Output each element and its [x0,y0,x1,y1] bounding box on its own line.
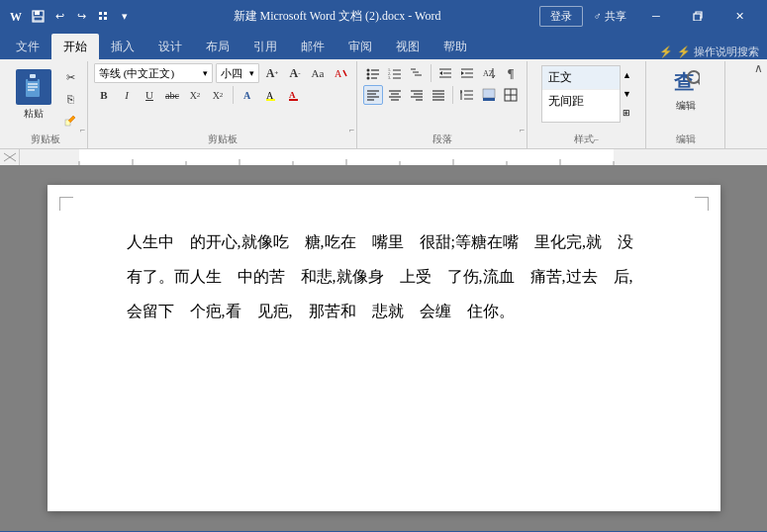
font-expand[interactable]: ⌐ [349,125,354,134]
paragraph-expand[interactable]: ⌐ [520,125,525,134]
text-effect-button[interactable]: A [239,85,258,105]
styles-down[interactable]: ▼ [623,89,631,99]
shading-button[interactable] [479,85,499,105]
font-name-dropdown[interactable]: ▾ [203,68,208,78]
editing-label-bottom: 编辑 [652,133,719,148]
svg-rect-5 [99,12,102,15]
svg-rect-3 [35,11,40,15]
tab-insert[interactable]: 插入 [99,34,146,59]
superscript-button[interactable]: X2 [208,85,228,105]
close-button[interactable]: ✕ [719,0,759,32]
align-left-button[interactable] [363,85,383,105]
tab-view[interactable]: 视图 [384,34,431,59]
share-button[interactable]: ♂ 共享 [585,0,634,32]
font-size-dropdown[interactable]: ▾ [249,68,254,78]
document-content[interactable]: 人生中 的开心,就像吃 糖,吃在 嘴里 很甜;等糖在嘴 里化完,就 没 有了。而… [127,224,641,329]
editing-label: 编辑 [676,99,696,113]
tab-file[interactable]: 文件 [4,34,51,59]
multilevel-button[interactable] [407,63,427,83]
svg-text:A: A [243,90,251,101]
find-icon: 查 [670,67,702,99]
sort-button[interactable]: AZ [479,63,499,83]
redo-icon[interactable]: ↪ [71,6,91,26]
svg-text:AZ: AZ [483,69,494,78]
svg-rect-9 [694,14,701,21]
font-size-select[interactable]: 小四 ▾ [216,63,259,83]
document-page[interactable]: 人生中 的开心,就像吃 糖,吃在 嘴里 很甜;等糖在嘴 里化完,就 没 有了。而… [48,185,720,511]
italic-button[interactable]: I [117,85,137,105]
list-row: 1.2.3. AZ ¶ [363,63,521,83]
horizontal-ruler [20,149,767,165]
strikethrough-button[interactable]: abc [162,85,182,105]
paste-label: 粘贴 [24,107,44,121]
svg-rect-21 [266,99,275,101]
styles-label: 样式 [574,133,594,148]
cut-button[interactable]: ✂ [59,67,81,87]
text-line-1: 人生中 的开心,就像吃 糖,吃在 嘴里 很甜;等糖在嘴 里化完,就 没 [127,224,641,259]
tab-references[interactable]: 引用 [241,34,289,59]
login-button[interactable]: 登录 [539,6,583,27]
save-icon[interactable] [28,6,48,26]
increase-indent-button[interactable] [457,63,477,83]
find-replace-button[interactable]: 查 编辑 [666,65,706,115]
font-name-select[interactable]: 等线 (中文正文) ▾ [94,63,213,83]
format-painter-button[interactable] [59,111,81,131]
tab-help[interactable]: 帮助 [431,34,479,59]
font-group: 等线 (中文正文) ▾ 小四 ▾ A+ A- Aa A B I U abc [88,61,357,148]
minimize-button[interactable]: ─ [636,0,676,32]
font-color-button[interactable]: A [284,85,304,105]
dropdown-arrow-icon[interactable]: ▾ [115,6,135,26]
justify-button[interactable] [429,85,448,105]
word-icon: W [8,8,24,24]
paragraph-group: 1.2.3. AZ ¶ [357,61,527,148]
svg-text:A: A [335,68,342,79]
tab-design[interactable]: 设计 [146,34,194,59]
styles-expand-arrow[interactable]: ⊞ [623,108,631,118]
styles-gallery[interactable]: 正文 无间距 [541,65,621,123]
align-center-button[interactable] [385,85,405,105]
ribbon-collapse-button[interactable]: ∧ [754,61,763,76]
svg-line-72 [698,81,700,85]
bold-button[interactable]: B [94,85,114,105]
borders-button[interactable] [501,85,521,105]
tab-home[interactable]: 开始 [51,34,99,59]
numbering-button[interactable]: 1.2.3. [385,63,405,83]
style-nospacing: 无间距 [542,90,620,113]
show-marks-button[interactable]: ¶ [501,63,521,83]
highlight-button[interactable]: A [261,85,281,105]
customize-icon[interactable] [93,6,113,26]
tab-layout[interactable]: 布局 [194,34,241,59]
tab-mailing[interactable]: 邮件 [289,34,336,59]
paste-button[interactable]: 粘贴 [10,65,57,125]
copy-button[interactable]: ⎘ [59,89,81,109]
undo-icon[interactable]: ↩ [49,6,69,26]
clipboard-expand[interactable]: ⌐ [80,125,85,134]
svg-text:W: W [10,10,22,24]
align-right-button[interactable] [407,85,427,105]
decrease-indent-button[interactable] [435,63,455,83]
subscript-button[interactable]: X2 [185,85,205,105]
ruler-corner [0,149,20,165]
page-corner-tl [59,197,73,211]
align-row [363,85,521,105]
styles-up[interactable]: ▲ [623,70,631,80]
svg-rect-12 [30,74,36,78]
increase-font-button[interactable]: A+ [262,63,282,83]
clear-format-button[interactable]: A [331,63,350,83]
tab-review[interactable]: 审阅 [336,34,384,59]
paste-icon [16,69,51,105]
paragraph-label: 段落 [363,133,521,148]
svg-point-24 [367,69,370,72]
page-corner-tr [695,197,709,211]
decrease-font-button[interactable]: A- [285,63,305,83]
underline-button[interactable]: U [140,85,159,105]
title-bar-left: W ↩ ↪ ▾ [8,6,135,26]
text-line-3: 会留下 个疤,看 见疤, 那苦和 悲就 会缠 住你。 [127,294,641,328]
bullets-button[interactable] [363,63,383,83]
line-spacing-button[interactable] [457,85,477,105]
restore-button[interactable] [678,0,718,32]
styles-expand[interactable]: ⌐ [594,134,599,144]
change-case-button[interactable]: Aa [308,63,328,83]
svg-rect-65 [483,89,495,98]
search-area[interactable]: ⚡ ⚡ 操作说明搜索 [651,44,767,59]
